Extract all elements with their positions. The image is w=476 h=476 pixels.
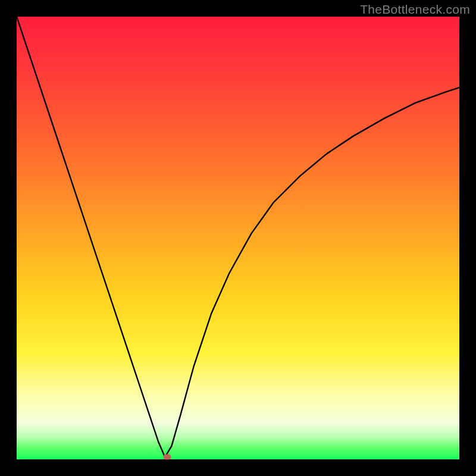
watermark-text: TheBottleneck.com bbox=[360, 2, 470, 17]
plot-area bbox=[17, 17, 459, 459]
optimal-point-marker bbox=[163, 455, 171, 460]
chart-frame: TheBottleneck.com bbox=[0, 0, 476, 476]
bottleneck-curve bbox=[17, 17, 459, 459]
